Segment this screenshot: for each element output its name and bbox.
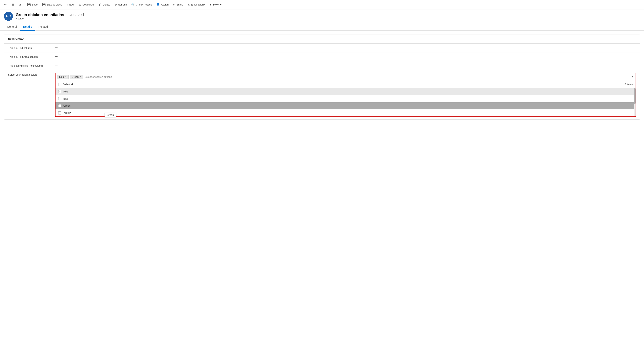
field-row-colors: Select your favorite colors Red ✕ Green … — [4, 70, 640, 119]
back-button[interactable]: ← — [2, 1, 9, 8]
deactivate-button[interactable]: 🗎 Deactivate — [76, 2, 96, 8]
save-button[interactable]: 💾 Save — [25, 2, 40, 8]
refresh-button[interactable]: ↻ Refresh — [112, 2, 129, 8]
tag-green-remove[interactable]: ✕ — [80, 75, 82, 78]
email-link-icon: ✉ — [188, 3, 190, 7]
field-value-text-area-col: --- — [55, 55, 58, 58]
colors-dropdown-list: Select all 6 items ✓ Red — [56, 81, 636, 116]
refresh-icon: ↻ — [114, 3, 117, 7]
record-header: GC Green chicken enchiladas - Unsaved Re… — [0, 10, 644, 23]
tab-details[interactable]: Details — [20, 23, 35, 31]
check-access-icon: 🔍 — [131, 3, 135, 7]
assign-button[interactable]: 👤 Assign — [154, 2, 170, 8]
save-close-icon: 💾 — [42, 3, 46, 7]
option-red[interactable]: ✓ Red — [56, 88, 636, 95]
colors-dropdown-container: Red ✕ Green ✕ Select or search options ∧ — [55, 73, 636, 117]
tag-red-remove[interactable]: ✕ — [65, 75, 67, 78]
section-title: New Section — [4, 35, 640, 44]
checkbox-blue — [58, 97, 62, 100]
select-all-row[interactable]: Select all — [58, 83, 73, 86]
checkbox-yellow — [58, 111, 62, 115]
toolbar-separator-1 — [24, 2, 24, 7]
check-access-button[interactable]: 🔍 Check Access — [129, 2, 154, 8]
field-label-multiline-col: This is a Multi-line Text column — [8, 64, 51, 68]
field-label-text-area-col: This is a Text Area column — [8, 55, 51, 59]
save-icon: 💾 — [27, 3, 31, 7]
new-icon: + — [66, 3, 68, 6]
colors-input-area[interactable]: Red ✕ Green ✕ Select or search options ∧ — [56, 73, 636, 81]
scrollbar-thumb[interactable] — [634, 88, 636, 104]
select-all-checkbox[interactable] — [58, 83, 62, 86]
section-card: New Section This is a Text column --- Th… — [4, 35, 640, 120]
option-yellow[interactable]: Yellow Green — [56, 109, 636, 116]
main-content: New Section This is a Text column --- Th… — [0, 31, 644, 124]
unsaved-label: - Unsaved — [66, 13, 84, 17]
colors-search-placeholder: Select or search options — [84, 75, 628, 78]
field-row-multiline-col: This is a Multi-line Text column --- — [4, 61, 640, 70]
dropdown-scroll-area: ✓ Red Blue ✓ — [56, 88, 636, 116]
field-row-text-col: This is a Text column --- — [4, 44, 640, 53]
option-green[interactable]: ✓ Green — [56, 102, 636, 109]
check-green: ✓ — [59, 105, 61, 107]
popout-icon: ⧉ — [19, 3, 20, 6]
field-value-multiline-col: --- — [55, 64, 58, 67]
field-label-text-col: This is a Text column — [8, 46, 51, 50]
avatar: GC — [4, 12, 13, 21]
share-icon: ↩ — [173, 3, 175, 7]
flow-button[interactable]: ► Flow ▼ — [207, 2, 224, 8]
record-icon: ☰ — [12, 3, 14, 6]
email-link-button[interactable]: ✉ Email a Link — [186, 2, 207, 8]
more-icon: ⋮ — [228, 3, 232, 7]
check-red: ✓ — [59, 90, 61, 93]
option-blue[interactable]: Blue — [56, 95, 636, 102]
popout-button[interactable]: ⧉ — [17, 2, 22, 8]
dropdown-header: Select all 6 items — [56, 81, 636, 88]
scrollbar-track — [634, 88, 636, 116]
flow-icon: ► — [209, 3, 212, 6]
items-count: 6 items — [624, 83, 633, 86]
flow-dropdown-icon: ▼ — [220, 3, 222, 6]
save-close-button[interactable]: 💾 Save & Close — [40, 2, 64, 8]
field-label-colors: Select your favorite colors — [8, 73, 51, 77]
share-button[interactable]: ↩ Share — [171, 2, 185, 8]
field-row-text-area-col: This is a Text Area column --- — [4, 53, 640, 61]
tag-red: Red ✕ — [58, 75, 69, 79]
tab-general[interactable]: General — [4, 23, 20, 31]
field-value-text-col: --- — [55, 46, 58, 49]
toolbar-separator-2 — [225, 2, 226, 7]
record-view-button[interactable]: ☰ — [10, 2, 16, 7]
record-title: Green chicken enchiladas — [16, 13, 64, 17]
tab-bar: General Details Related — [0, 23, 644, 31]
assign-icon: 👤 — [156, 3, 160, 7]
checkbox-red: ✓ — [58, 90, 62, 93]
header-title-row: Green chicken enchiladas - Unsaved — [16, 13, 84, 17]
tab-related[interactable]: Related — [35, 23, 51, 31]
record-type: Recipe — [16, 17, 84, 20]
new-button[interactable]: + New — [64, 2, 76, 8]
tag-green: Green ✕ — [70, 75, 83, 79]
deactivate-icon: 🗎 — [78, 3, 82, 6]
checkbox-green: ✓ — [58, 104, 62, 107]
dropdown-chevron-icon[interactable]: ∧ — [632, 75, 634, 78]
toolbar: ← ☰ ⧉ 💾 Save 💾 Save & Close + New 🗎 Deac… — [0, 0, 644, 10]
more-options-button[interactable]: ⋮ — [226, 1, 233, 8]
header-info: Green chicken enchiladas - Unsaved Recip… — [16, 13, 84, 20]
delete-button[interactable]: 🗑 Delete — [97, 2, 112, 8]
green-tooltip: Green — [104, 113, 116, 117]
delete-icon: 🗑 — [99, 3, 102, 6]
